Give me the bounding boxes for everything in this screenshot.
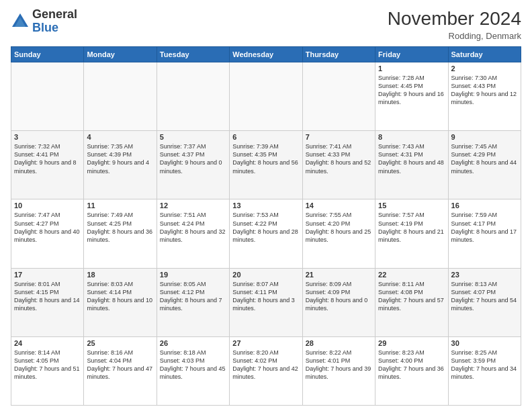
day-number: 30 xyxy=(451,339,518,347)
day-number: 19 xyxy=(160,271,226,279)
title-block: November 2024 Rodding, Denmark xyxy=(388,8,521,41)
day-number: 13 xyxy=(232,201,299,210)
col-tuesday: Tuesday xyxy=(157,47,229,62)
calendar-cell xyxy=(157,62,229,131)
day-number: 9 xyxy=(451,133,518,141)
day-info: Sunrise: 7:41 AM Sunset: 4:33 PM Dayligh… xyxy=(306,142,372,175)
calendar-cell: 25Sunrise: 8:16 AM Sunset: 4:04 PM Dayli… xyxy=(84,336,157,405)
location: Rodding, Denmark xyxy=(388,31,521,41)
calendar-cell: 21Sunrise: 8:09 AM Sunset: 4:09 PM Dayli… xyxy=(302,268,375,336)
calendar-table: Sunday Monday Tuesday Wednesday Thursday… xyxy=(11,46,521,406)
day-number: 4 xyxy=(87,133,153,141)
day-info: Sunrise: 7:57 AM Sunset: 4:19 PM Dayligh… xyxy=(378,211,445,244)
calendar-cell: 17Sunrise: 8:01 AM Sunset: 4:15 PM Dayli… xyxy=(11,268,84,336)
calendar-week-2: 3Sunrise: 7:32 AM Sunset: 4:41 PM Daylig… xyxy=(11,131,521,199)
day-number: 14 xyxy=(306,201,372,210)
day-info: Sunrise: 8:03 AM Sunset: 4:14 PM Dayligh… xyxy=(87,280,153,313)
day-number: 8 xyxy=(378,133,445,141)
day-number: 24 xyxy=(14,339,81,347)
day-number: 22 xyxy=(378,271,445,279)
calendar-cell: 5Sunrise: 7:37 AM Sunset: 4:37 PM Daylig… xyxy=(157,131,229,199)
col-thursday: Thursday xyxy=(302,47,375,62)
day-info: Sunrise: 8:22 AM Sunset: 4:01 PM Dayligh… xyxy=(306,349,372,381)
day-number: 6 xyxy=(232,133,299,141)
calendar-cell xyxy=(302,62,375,131)
day-number: 5 xyxy=(160,133,226,141)
day-info: Sunrise: 7:47 AM Sunset: 4:27 PM Dayligh… xyxy=(14,211,81,244)
day-info: Sunrise: 7:37 AM Sunset: 4:37 PM Dayligh… xyxy=(160,142,226,175)
logo-blue: Blue xyxy=(32,21,58,34)
logo-icon xyxy=(11,12,30,31)
col-saturday: Saturday xyxy=(448,47,521,62)
day-number: 21 xyxy=(306,271,372,279)
day-number: 12 xyxy=(160,201,226,210)
day-info: Sunrise: 8:05 AM Sunset: 4:12 PM Dayligh… xyxy=(160,280,226,313)
month-title: November 2024 xyxy=(388,8,521,30)
calendar-week-5: 24Sunrise: 8:14 AM Sunset: 4:05 PM Dayli… xyxy=(11,336,521,405)
day-info: Sunrise: 8:11 AM Sunset: 4:08 PM Dayligh… xyxy=(378,280,445,313)
day-info: Sunrise: 8:16 AM Sunset: 4:04 PM Dayligh… xyxy=(87,349,153,381)
calendar-cell: 10Sunrise: 7:47 AM Sunset: 4:27 PM Dayli… xyxy=(11,199,84,268)
calendar-cell: 6Sunrise: 7:39 AM Sunset: 4:35 PM Daylig… xyxy=(230,131,302,199)
day-info: Sunrise: 7:55 AM Sunset: 4:20 PM Dayligh… xyxy=(306,211,372,244)
day-number: 15 xyxy=(378,201,445,210)
day-number: 27 xyxy=(232,339,299,347)
calendar-cell: 24Sunrise: 8:14 AM Sunset: 4:05 PM Dayli… xyxy=(11,336,84,405)
calendar-cell: 4Sunrise: 7:35 AM Sunset: 4:39 PM Daylig… xyxy=(84,131,157,199)
day-info: Sunrise: 8:14 AM Sunset: 4:05 PM Dayligh… xyxy=(14,349,81,381)
col-friday: Friday xyxy=(375,47,448,62)
logo-text: General Blue xyxy=(32,8,77,35)
logo-general: General xyxy=(32,7,77,21)
calendar-cell: 14Sunrise: 7:55 AM Sunset: 4:20 PM Dayli… xyxy=(302,199,375,268)
day-number: 26 xyxy=(160,339,226,347)
day-info: Sunrise: 7:35 AM Sunset: 4:39 PM Dayligh… xyxy=(87,142,153,175)
day-info: Sunrise: 8:23 AM Sunset: 4:00 PM Dayligh… xyxy=(378,349,445,381)
calendar-cell: 28Sunrise: 8:22 AM Sunset: 4:01 PM Dayli… xyxy=(302,336,375,405)
day-info: Sunrise: 7:43 AM Sunset: 4:31 PM Dayligh… xyxy=(378,142,445,175)
day-number: 29 xyxy=(378,339,445,347)
calendar-cell: 20Sunrise: 8:07 AM Sunset: 4:11 PM Dayli… xyxy=(230,268,302,336)
day-number: 16 xyxy=(451,201,518,210)
col-monday: Monday xyxy=(84,47,157,62)
day-number: 10 xyxy=(14,201,81,210)
day-info: Sunrise: 7:53 AM Sunset: 4:22 PM Dayligh… xyxy=(232,211,299,244)
calendar-week-1: 1Sunrise: 7:28 AM Sunset: 4:45 PM Daylig… xyxy=(11,62,521,131)
day-number: 18 xyxy=(87,271,153,279)
day-number: 20 xyxy=(232,271,299,279)
day-number: 2 xyxy=(451,64,518,73)
calendar-cell: 16Sunrise: 7:59 AM Sunset: 4:17 PM Dayli… xyxy=(448,199,521,268)
calendar-cell: 30Sunrise: 8:25 AM Sunset: 3:59 PM Dayli… xyxy=(448,336,521,405)
page: General Blue November 2024 Rodding, Denm… xyxy=(0,0,532,411)
day-info: Sunrise: 7:32 AM Sunset: 4:41 PM Dayligh… xyxy=(14,142,81,175)
day-info: Sunrise: 8:07 AM Sunset: 4:11 PM Dayligh… xyxy=(232,280,299,313)
logo: General Blue xyxy=(11,8,77,35)
day-number: 25 xyxy=(87,339,153,347)
day-info: Sunrise: 7:51 AM Sunset: 4:24 PM Dayligh… xyxy=(160,211,226,244)
calendar-week-3: 10Sunrise: 7:47 AM Sunset: 4:27 PM Dayli… xyxy=(11,199,521,268)
calendar-week-4: 17Sunrise: 8:01 AM Sunset: 4:15 PM Dayli… xyxy=(11,268,521,336)
calendar-cell: 22Sunrise: 8:11 AM Sunset: 4:08 PM Dayli… xyxy=(375,268,448,336)
calendar-header-row: Sunday Monday Tuesday Wednesday Thursday… xyxy=(11,47,521,62)
calendar-cell: 18Sunrise: 8:03 AM Sunset: 4:14 PM Dayli… xyxy=(84,268,157,336)
day-info: Sunrise: 8:13 AM Sunset: 4:07 PM Dayligh… xyxy=(451,280,518,313)
calendar-cell: 11Sunrise: 7:49 AM Sunset: 4:25 PM Dayli… xyxy=(84,199,157,268)
day-info: Sunrise: 7:59 AM Sunset: 4:17 PM Dayligh… xyxy=(451,211,518,244)
day-number: 23 xyxy=(451,271,518,279)
calendar-cell: 2Sunrise: 7:30 AM Sunset: 4:43 PM Daylig… xyxy=(448,62,521,131)
day-number: 17 xyxy=(14,271,81,279)
day-info: Sunrise: 7:49 AM Sunset: 4:25 PM Dayligh… xyxy=(87,211,153,244)
header: General Blue November 2024 Rodding, Denm… xyxy=(11,8,521,41)
calendar-cell: 27Sunrise: 8:20 AM Sunset: 4:02 PM Dayli… xyxy=(230,336,302,405)
col-wednesday: Wednesday xyxy=(230,47,302,62)
day-info: Sunrise: 8:18 AM Sunset: 4:03 PM Dayligh… xyxy=(160,349,226,381)
day-number: 11 xyxy=(87,201,153,210)
calendar-cell: 23Sunrise: 8:13 AM Sunset: 4:07 PM Dayli… xyxy=(448,268,521,336)
calendar-cell: 9Sunrise: 7:45 AM Sunset: 4:29 PM Daylig… xyxy=(448,131,521,199)
day-info: Sunrise: 8:09 AM Sunset: 4:09 PM Dayligh… xyxy=(306,280,372,313)
calendar-cell xyxy=(230,62,302,131)
calendar-cell: 8Sunrise: 7:43 AM Sunset: 4:31 PM Daylig… xyxy=(375,131,448,199)
day-info: Sunrise: 8:25 AM Sunset: 3:59 PM Dayligh… xyxy=(451,349,518,381)
calendar-cell: 15Sunrise: 7:57 AM Sunset: 4:19 PM Dayli… xyxy=(375,199,448,268)
day-number: 28 xyxy=(306,339,372,347)
day-info: Sunrise: 7:45 AM Sunset: 4:29 PM Dayligh… xyxy=(451,142,518,175)
